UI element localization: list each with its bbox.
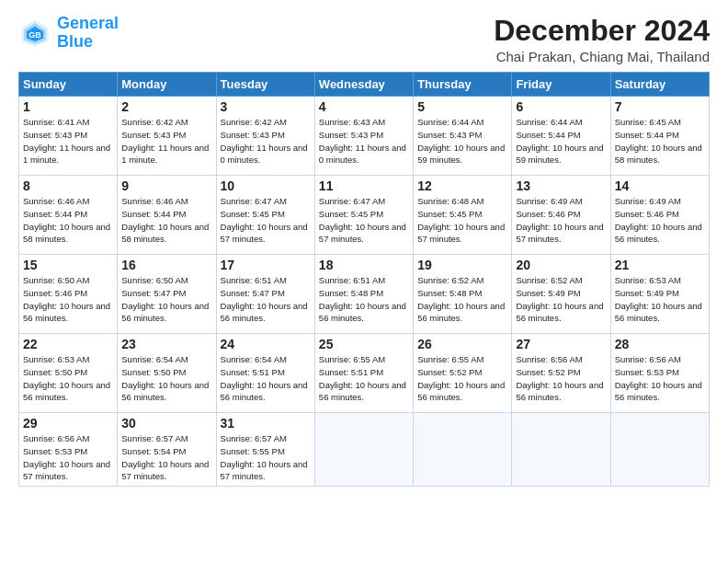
day-number: 14 [615,178,705,193]
day-number: 7 [615,99,705,114]
day-info: Sunrise: 6:55 AMSunset: 5:51 PMDaylight:… [319,353,409,404]
logo-line2: Blue [57,32,93,51]
table-row: 3Sunrise: 6:42 AMSunset: 5:43 PMDaylight… [216,97,314,176]
day-info: Sunrise: 6:53 AMSunset: 5:49 PMDaylight:… [615,274,705,325]
day-number: 2 [121,99,211,114]
calendar-week-3: 15Sunrise: 6:50 AMSunset: 5:46 PMDayligh… [19,255,710,334]
logo-icon: GB [18,17,51,50]
day-info: Sunrise: 6:52 AMSunset: 5:48 PMDaylight:… [417,274,507,325]
table-row: 21Sunrise: 6:53 AMSunset: 5:49 PMDayligh… [610,255,709,334]
day-info: Sunrise: 6:45 AMSunset: 5:44 PMDaylight:… [615,116,705,167]
logo-text: General Blue [57,15,119,52]
day-info: Sunrise: 6:46 AMSunset: 5:44 PMDaylight:… [121,195,211,246]
day-number: 12 [417,178,507,193]
day-number: 13 [516,178,606,193]
table-row: 1Sunrise: 6:41 AMSunset: 5:43 PMDaylight… [19,97,118,176]
day-info: Sunrise: 6:56 AMSunset: 5:52 PMDaylight:… [516,353,606,404]
col-monday: Monday [118,73,216,97]
table-row: 30Sunrise: 6:57 AMSunset: 5:54 PMDayligh… [118,413,216,487]
table-row: 23Sunrise: 6:54 AMSunset: 5:50 PMDayligh… [118,334,216,413]
table-row: 5Sunrise: 6:44 AMSunset: 5:43 PMDaylight… [414,97,512,176]
day-number: 20 [516,258,606,272]
month-title: December 2024 [494,15,710,47]
table-row: 7Sunrise: 6:45 AMSunset: 5:44 PMDaylight… [610,97,709,176]
day-info: Sunrise: 6:57 AMSunset: 5:54 PMDaylight:… [121,432,211,483]
col-thursday: Thursday [414,73,512,97]
table-row: 24Sunrise: 6:54 AMSunset: 5:51 PMDayligh… [216,334,314,413]
day-number: 18 [319,258,409,272]
day-number: 9 [121,178,211,193]
table-row [414,413,512,487]
col-sunday: Sunday [19,73,118,97]
table-row: 10Sunrise: 6:47 AMSunset: 5:45 PMDayligh… [216,176,314,255]
day-number: 29 [23,416,113,431]
day-number: 15 [23,258,113,272]
day-info: Sunrise: 6:47 AMSunset: 5:45 PMDaylight:… [319,195,409,246]
logo: GB General Blue [18,15,119,52]
col-wednesday: Wednesday [314,73,413,97]
location-subtitle: Chai Prakan, Chiang Mai, Thailand [494,49,710,64]
svg-text:GB: GB [28,29,41,39]
day-number: 1 [23,99,113,114]
day-info: Sunrise: 6:48 AMSunset: 5:45 PMDaylight:… [417,195,507,246]
table-row: 14Sunrise: 6:49 AMSunset: 5:46 PMDayligh… [610,176,709,255]
table-row: 27Sunrise: 6:56 AMSunset: 5:52 PMDayligh… [512,334,610,413]
day-info: Sunrise: 6:41 AMSunset: 5:43 PMDaylight:… [23,116,113,167]
calendar-week-5: 29Sunrise: 6:56 AMSunset: 5:53 PMDayligh… [19,413,710,487]
table-row: 18Sunrise: 6:51 AMSunset: 5:48 PMDayligh… [314,255,413,334]
table-row: 28Sunrise: 6:56 AMSunset: 5:53 PMDayligh… [610,334,709,413]
day-number: 8 [23,178,113,193]
table-row: 31Sunrise: 6:57 AMSunset: 5:55 PMDayligh… [216,413,314,487]
day-number: 5 [417,99,507,114]
day-info: Sunrise: 6:54 AMSunset: 5:51 PMDaylight:… [221,353,311,404]
day-number: 28 [615,337,705,351]
day-info: Sunrise: 6:44 AMSunset: 5:44 PMDaylight:… [516,116,606,167]
table-row [314,413,413,487]
day-info: Sunrise: 6:47 AMSunset: 5:45 PMDaylight:… [221,195,311,246]
day-number: 25 [319,337,409,351]
day-info: Sunrise: 6:43 AMSunset: 5:43 PMDaylight:… [319,116,409,167]
day-number: 26 [417,337,507,351]
day-number: 11 [319,178,409,193]
day-info: Sunrise: 6:42 AMSunset: 5:43 PMDaylight:… [221,116,311,167]
day-info: Sunrise: 6:57 AMSunset: 5:55 PMDaylight:… [221,432,311,483]
day-info: Sunrise: 6:51 AMSunset: 5:47 PMDaylight:… [221,274,311,325]
table-row: 25Sunrise: 6:55 AMSunset: 5:51 PMDayligh… [314,334,413,413]
day-number: 22 [23,337,113,351]
logo-line1: General [57,14,119,32]
day-info: Sunrise: 6:53 AMSunset: 5:50 PMDaylight:… [23,353,113,404]
table-row: 9Sunrise: 6:46 AMSunset: 5:44 PMDaylight… [118,176,216,255]
day-info: Sunrise: 6:52 AMSunset: 5:49 PMDaylight:… [516,274,606,325]
table-row: 26Sunrise: 6:55 AMSunset: 5:52 PMDayligh… [414,334,512,413]
table-row: 12Sunrise: 6:48 AMSunset: 5:45 PMDayligh… [414,176,512,255]
day-info: Sunrise: 6:56 AMSunset: 5:53 PMDaylight:… [23,432,113,483]
calendar-header-row: Sunday Monday Tuesday Wednesday Thursday… [19,73,710,97]
day-number: 23 [121,337,211,351]
day-number: 3 [221,99,311,114]
table-row: 29Sunrise: 6:56 AMSunset: 5:53 PMDayligh… [19,413,118,487]
col-friday: Friday [512,73,610,97]
calendar-week-1: 1Sunrise: 6:41 AMSunset: 5:43 PMDaylight… [19,97,710,176]
day-info: Sunrise: 6:49 AMSunset: 5:46 PMDaylight:… [615,195,705,246]
day-number: 31 [221,416,311,431]
table-row: 16Sunrise: 6:50 AMSunset: 5:47 PMDayligh… [118,255,216,334]
day-info: Sunrise: 6:55 AMSunset: 5:52 PMDaylight:… [417,353,507,404]
header: GB General Blue December 2024 Chai Praka… [18,15,710,64]
col-saturday: Saturday [610,73,709,97]
table-row: 8Sunrise: 6:46 AMSunset: 5:44 PMDaylight… [19,176,118,255]
day-number: 16 [121,258,211,272]
table-row: 20Sunrise: 6:52 AMSunset: 5:49 PMDayligh… [512,255,610,334]
day-number: 10 [221,178,311,193]
table-row: 17Sunrise: 6:51 AMSunset: 5:47 PMDayligh… [216,255,314,334]
table-row: 19Sunrise: 6:52 AMSunset: 5:48 PMDayligh… [414,255,512,334]
table-row: 4Sunrise: 6:43 AMSunset: 5:43 PMDaylight… [314,97,413,176]
day-number: 19 [417,258,507,272]
day-number: 4 [319,99,409,114]
day-info: Sunrise: 6:42 AMSunset: 5:43 PMDaylight:… [121,116,211,167]
day-number: 27 [516,337,606,351]
day-number: 17 [221,258,311,272]
day-info: Sunrise: 6:50 AMSunset: 5:47 PMDaylight:… [121,274,211,325]
day-info: Sunrise: 6:56 AMSunset: 5:53 PMDaylight:… [615,353,705,404]
calendar-week-2: 8Sunrise: 6:46 AMSunset: 5:44 PMDaylight… [19,176,710,255]
table-row: 11Sunrise: 6:47 AMSunset: 5:45 PMDayligh… [314,176,413,255]
